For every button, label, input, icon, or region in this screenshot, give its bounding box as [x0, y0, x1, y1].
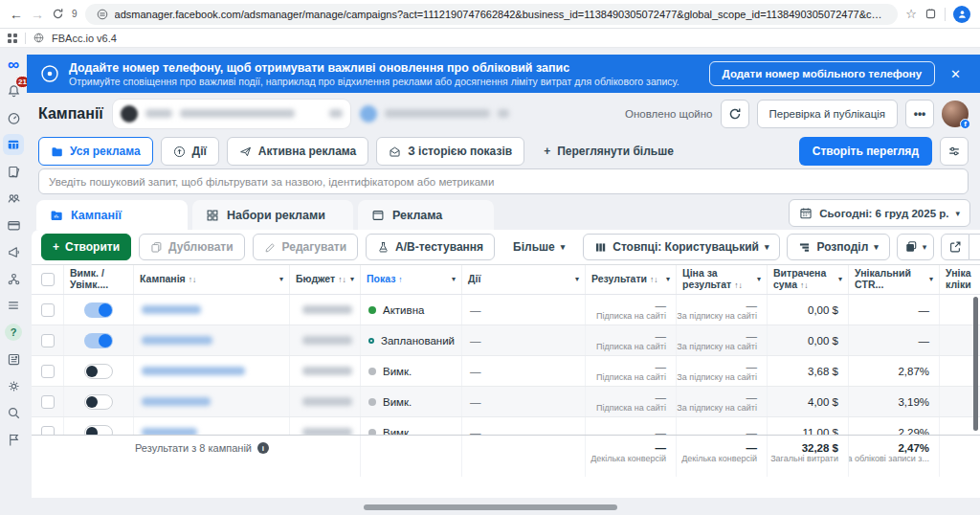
- campaign-name-cell[interactable]: [134, 387, 290, 416]
- column-header[interactable]: Витрачена сума ↑↓ ▾: [768, 265, 849, 294]
- row-checkbox[interactable]: [41, 334, 55, 347]
- column-menu-caret-icon[interactable]: ▾: [452, 276, 456, 284]
- review-publish-button[interactable]: Перевірка й публікація: [757, 100, 899, 128]
- columns-dropdown[interactable]: Стовпці: Користувацький ▾: [583, 234, 780, 260]
- sidebar-item-billing[interactable]: [3, 214, 24, 235]
- row-checkbox[interactable]: [41, 365, 55, 378]
- duplicate-button[interactable]: Дублювати: [139, 234, 245, 260]
- ad-account-selector[interactable]: [113, 100, 350, 128]
- sidebar-item-settings[interactable]: [3, 375, 24, 396]
- status-dot-icon: [368, 429, 376, 436]
- column-menu-caret-icon[interactable]: ▾: [279, 276, 283, 284]
- column-header[interactable]: Уніка кліки: [940, 265, 980, 294]
- export-options-caret[interactable]: ▾: [969, 234, 980, 260]
- notifications-button[interactable]: 21: [3, 80, 24, 101]
- business-selector[interactable]: [360, 105, 509, 123]
- campaign-toggle[interactable]: [84, 364, 113, 379]
- redacted-text: [180, 109, 295, 118]
- vertical-scrollbar[interactable]: [973, 297, 978, 431]
- sidebar-item-menu[interactable]: [3, 295, 24, 316]
- user-avatar[interactable]: f: [942, 101, 969, 127]
- filter-had-delivery[interactable]: З історією показів: [376, 137, 524, 166]
- create-view-button[interactable]: Створіть перегляд: [799, 137, 932, 166]
- campaign-name-cell[interactable]: [134, 325, 290, 355]
- cost-per-result-cell: —За підписку на сайті: [677, 387, 768, 416]
- breakdown-dropdown[interactable]: Розподіл ▾: [787, 234, 889, 260]
- campaign-name-cell[interactable]: [134, 295, 290, 325]
- tab-ads[interactable]: Реклама: [358, 200, 494, 230]
- horizontal-scrollbar[interactable]: [364, 504, 617, 510]
- column-header[interactable]: Показ ↑ ▾: [361, 265, 462, 294]
- site-settings-icon[interactable]: [97, 9, 108, 20]
- sidebar-item-all-tools[interactable]: [3, 241, 24, 262]
- apps-grid-icon[interactable]: [8, 34, 17, 43]
- column-header[interactable]: Ціна за результат ↑↓ ▾: [677, 265, 768, 294]
- row-checkbox[interactable]: [41, 303, 55, 317]
- date-range-picker[interactable]: Сьогодні: 6 груд 2025 р. ▾: [789, 199, 970, 227]
- sidebar-item-report[interactable]: [3, 429, 24, 450]
- sidebar-item-account-structure[interactable]: [3, 268, 24, 289]
- filter-actions[interactable]: Дії: [161, 137, 219, 166]
- filter-view-more[interactable]: + Переглянути більше: [532, 137, 685, 166]
- reports-dropdown[interactable]: ▾: [897, 234, 935, 260]
- column-menu-caret-icon[interactable]: ▾: [350, 276, 354, 284]
- column-menu-caret-icon[interactable]: ▾: [838, 276, 842, 284]
- sidebar-item-audiences[interactable]: [3, 188, 24, 209]
- filter-active-ads[interactable]: Активна реклама: [227, 137, 368, 166]
- row-checkbox[interactable]: [41, 395, 55, 409]
- create-button[interactable]: + Створити: [41, 234, 131, 260]
- campaign-toggle[interactable]: [84, 425, 113, 436]
- column-header[interactable]: Кампанія ↑↓ ▾: [134, 265, 290, 294]
- browser-tab-icon[interactable]: [924, 8, 937, 20]
- search-input[interactable]: [38, 168, 969, 194]
- gauge-icon: [7, 111, 21, 125]
- more-dropdown[interactable]: Більше ▾: [502, 234, 575, 260]
- more-options-button[interactable]: •••: [905, 100, 934, 128]
- column-header[interactable]: Вимк. / Увімк....: [64, 265, 134, 294]
- row-select-cell: [32, 387, 64, 416]
- sidebar-item-search[interactable]: [3, 402, 24, 423]
- column-header[interactable]: Унікальний CTR... ▾: [849, 265, 940, 294]
- campaign-toggle[interactable]: [84, 394, 113, 410]
- column-header[interactable]: Результати ↑↓ ▾: [586, 265, 677, 294]
- edit-button[interactable]: Редагувати: [253, 234, 359, 260]
- bookmark-star-icon[interactable]: ☆: [905, 7, 917, 21]
- column-header[interactable]: Бюджет ↑↓ ▾: [290, 265, 361, 294]
- tab-ad-sets[interactable]: Набори реклами: [192, 200, 353, 230]
- export-button[interactable]: [941, 234, 969, 260]
- column-menu-caret-icon[interactable]: ▾: [929, 276, 933, 284]
- sidebar-item-help[interactable]: ?: [3, 322, 24, 343]
- campaign-toggle[interactable]: [84, 302, 113, 318]
- tab-label: Реклама: [392, 209, 442, 222]
- hierarchy-icon: [7, 272, 21, 286]
- info-icon[interactable]: i: [257, 442, 269, 454]
- view-settings-button[interactable]: [940, 137, 969, 166]
- select-all-checkbox[interactable]: [41, 273, 55, 286]
- sidebar-item-ads-manager[interactable]: [3, 134, 24, 155]
- sidebar-item-news[interactable]: [3, 348, 24, 369]
- add-phone-button[interactable]: Додати номер мобільного телефону: [709, 61, 935, 86]
- back-icon[interactable]: ←: [10, 8, 23, 21]
- browser-profile-avatar[interactable]: [953, 6, 970, 23]
- column-menu-caret-icon[interactable]: ▾: [575, 276, 579, 284]
- filter-all-ads[interactable]: Уся реклама: [38, 137, 153, 166]
- ab-test-button[interactable]: A/B-тестування: [366, 234, 495, 260]
- sidebar-item-pages[interactable]: [3, 161, 24, 182]
- campaign-name-cell[interactable]: [134, 356, 290, 386]
- address-bar[interactable]: adsmanager.facebook.com/adsmanager/manag…: [85, 4, 899, 25]
- close-icon[interactable]: ✕: [945, 67, 967, 81]
- column-menu-caret-icon[interactable]: ▾: [757, 276, 761, 284]
- reload-icon[interactable]: [52, 8, 64, 20]
- refresh-button[interactable]: [721, 100, 749, 128]
- row-checkbox[interactable]: [41, 426, 55, 436]
- bookmark-fbacc[interactable]: FBAcc.io v6.4: [52, 33, 117, 44]
- column-menu-caret-icon[interactable]: ▾: [666, 276, 670, 284]
- results-cell: —Підписка на сайті: [586, 325, 677, 355]
- sidebar-item-overview[interactable]: [3, 107, 24, 128]
- campaign-toggle[interactable]: [84, 333, 113, 348]
- tab-campaigns[interactable]: Кампанії: [36, 200, 188, 230]
- meta-logo[interactable]: ∞: [3, 54, 24, 75]
- column-header[interactable]: Дії ▾: [462, 265, 586, 294]
- forward-icon[interactable]: →: [31, 8, 44, 21]
- campaign-name-cell[interactable]: [134, 417, 290, 435]
